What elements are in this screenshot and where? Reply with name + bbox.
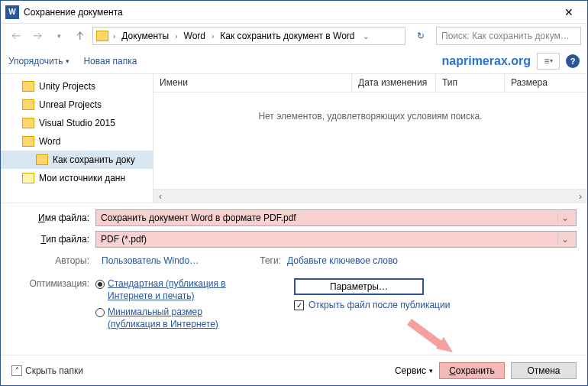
column-header-name[interactable]: Имени [153,74,352,92]
folder-icon [96,31,108,41]
filename-label: Имя файла: [11,212,95,223]
hide-folders-button[interactable]: ˄ Скрыть папки [11,365,83,376]
radio-standard[interactable]: Стандартная (публикация в Интернете и пе… [95,278,248,302]
folder-icon [22,99,34,110]
folder-tree[interactable]: Unity Projects Unreal Projects Visual St… [1,74,153,203]
window-title: Сохранение документа [24,7,554,18]
forward-button: 🡢 [28,27,47,45]
horizontal-scrollbar[interactable]: ‹› [153,189,587,203]
address-bar[interactable]: › Документы › Word › Как сохранить докум… [92,27,405,45]
column-header-size[interactable]: Размера [505,74,587,92]
search-input[interactable]: Поиск: Как сохранить докум… [436,27,581,45]
organize-button[interactable]: Упорядочить ▾ [8,56,69,66]
chevron-right-icon[interactable]: › [110,32,118,41]
datasource-icon [22,173,34,183]
tree-item[interactable]: Visual Studio 2015 [1,114,153,132]
radio-icon [95,280,105,289]
chevron-up-icon: ˄ [11,365,22,376]
optimize-label: Оптимизация: [11,278,95,335]
save-button[interactable]: Сохранить [439,362,505,379]
up-button[interactable]: 🡢 [71,27,89,45]
column-header-type[interactable]: Тип [436,74,505,92]
view-options-button[interactable]: ≡ ▾ [537,53,560,70]
chevron-right-icon[interactable]: › [172,32,180,41]
authors-label: Авторы: [11,255,95,266]
folder-icon [22,81,34,92]
dropdown-icon[interactable]: ⌄ [557,234,571,245]
empty-list-message: Нет элементов, удовлетворяющих условиям … [153,92,587,189]
cancel-button[interactable]: Отмена [511,362,577,379]
address-dropdown[interactable]: ⌄ [358,32,373,41]
filename-input[interactable]: Сохранить документ Word в формате PDF.pd… [95,209,577,226]
folder-icon [22,118,34,128]
watermark: naprimerax.org [442,54,531,68]
authors-value[interactable]: Пользователь Windo… [102,255,199,266]
checkbox-icon: ✓ [294,300,304,310]
tags-label: Теги: [260,255,281,266]
close-button[interactable]: ✕ [554,2,584,23]
filetype-select[interactable]: PDF (*.pdf)⌄ [95,231,577,248]
column-header-date[interactable]: Дата изменения [352,74,436,92]
back-button[interactable]: 🡠 [7,27,25,45]
tree-item[interactable]: Word [1,132,153,151]
radio-icon [95,308,105,317]
radio-minimal[interactable]: Минимальный размер (публикация в Интерне… [95,307,248,330]
refresh-button[interactable]: ↻ [412,27,430,45]
tree-item[interactable]: Unreal Projects [1,96,153,114]
recent-dropdown[interactable]: ▾ [50,27,68,45]
tree-item[interactable]: Unity Projects [1,77,153,96]
word-app-icon: W [5,5,19,19]
parameters-button[interactable]: Параметры… [294,278,424,295]
tree-item-selected[interactable]: Как сохранить доку [1,151,153,169]
service-dropdown[interactable]: Сервис ▾ [395,365,433,376]
breadcrumb[interactable]: Как сохранить документ в Word [218,31,356,41]
folder-icon [36,154,48,165]
new-folder-button[interactable]: Новая папка [83,56,137,66]
help-button[interactable]: ? [566,54,580,68]
breadcrumb[interactable]: Документы [120,31,170,41]
dropdown-icon[interactable]: ⌄ [557,212,571,223]
filetype-label: Тип файла: [11,234,95,245]
chevron-right-icon[interactable]: › [208,32,217,41]
tree-item[interactable]: Мои источники данн [1,169,153,187]
tags-value[interactable]: Добавьте ключевое слово [287,255,398,266]
folder-icon [22,136,34,147]
open-after-checkbox[interactable]: ✓ Открыть файл после публикации [263,300,577,312]
breadcrumb[interactable]: Word [183,31,207,41]
